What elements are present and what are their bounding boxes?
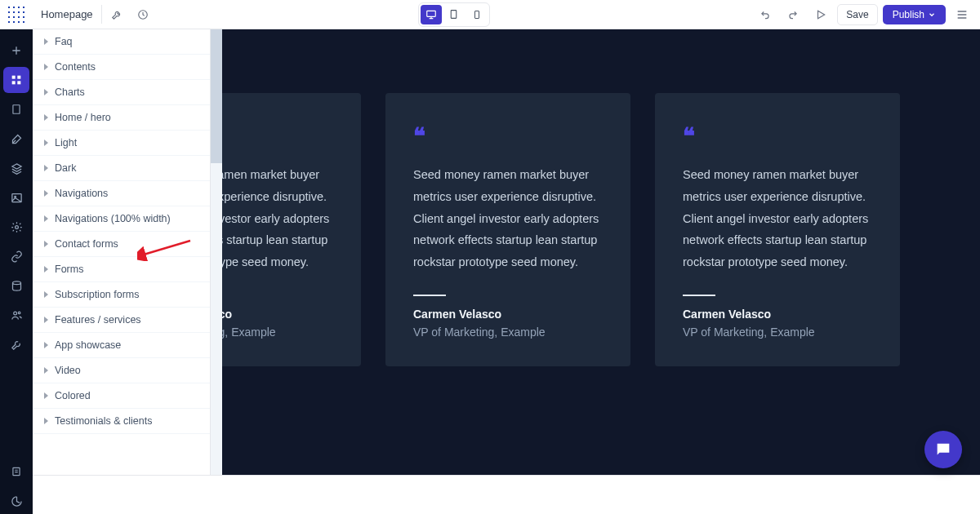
panel-item-features-services[interactable]: Features / services [33,308,210,333]
panel-vertical-scrollbar[interactable] [211,29,222,475]
panel-item-navigations-full[interactable]: Navigations (100% width) [33,206,210,232]
panel-item-forms[interactable]: Forms [33,257,210,282]
publish-button[interactable]: Publish [883,5,946,24]
redo-button[interactable] [782,3,804,26]
testimonial-name: Carmen Velasco [683,308,872,321]
svg-point-14 [13,312,16,315]
caret-right-icon [44,215,48,222]
top-toolbar: Homepage Save Publish [0,0,980,29]
hamburger-menu-icon[interactable] [951,3,973,26]
page-name[interactable]: Homepage [33,5,102,24]
panel-item-label: Navigations [55,188,108,199]
chevron-down-icon [928,11,936,19]
testimonial-text: Seed money ramen market buyer metrics us… [683,164,872,273]
caret-right-icon [44,89,48,95]
panel-item-label: Home / hero [55,112,111,123]
caret-right-icon [44,317,48,323]
svg-rect-7 [12,81,16,84]
panel-item-subscription-forms[interactable]: Subscription forms [33,282,210,308]
panel-item-charts[interactable]: Charts [33,80,210,105]
panel-item-contact-forms[interactable]: Contact forms [33,232,210,257]
svg-rect-5 [12,76,16,79]
link-icon[interactable] [3,243,29,269]
tools-icon[interactable] [3,331,29,357]
panel-item-label: Charts [55,86,85,98]
quote-icon: ❝ [413,122,603,149]
quote-icon: ❝ [222,122,333,149]
panel-item-navigations[interactable]: Navigations [33,181,210,206]
caret-right-icon [44,190,48,197]
testimonial-text: Seed money ramen market buyer metrics us… [222,164,333,273]
caret-right-icon [44,418,48,424]
device-preview-group [418,2,490,27]
caret-right-icon [44,114,48,121]
testimonial-cards-row: ❝ Seed money ramen market buyer metrics … [222,93,980,366]
panel-item-video[interactable]: Video [33,358,210,383]
database-icon[interactable] [3,273,29,299]
pages-icon[interactable] [3,96,29,122]
testimonial-card[interactable]: ❝ Seed money ramen market buyer metrics … [655,93,900,366]
divider [683,295,715,296]
svg-point-15 [18,312,20,314]
panel-item-label: App showcase [55,339,121,351]
settings-icon[interactable] [3,214,29,240]
panel-item-app-showcase[interactable]: App showcase [33,333,210,358]
blocks-icon[interactable] [3,67,29,93]
panel-item-dark[interactable]: Dark [33,156,210,181]
panel-item-label: Navigations (100% width) [55,213,171,224]
svg-rect-1 [427,11,436,16]
panel-item-testimonials-clients[interactable]: Testimonials & clients [33,409,210,434]
add-element-icon[interactable] [3,38,29,64]
testimonial-text: Seed money ramen market buyer metrics us… [413,164,603,273]
panel-item-label: Faq [55,36,73,47]
layers-icon[interactable] [3,155,29,181]
docs-icon[interactable] [3,459,29,485]
image-icon[interactable] [3,184,29,210]
device-desktop-button[interactable] [421,5,442,24]
testimonial-card[interactable]: ❝ Seed money ramen market buyer metrics … [385,93,630,366]
panel-item-label: Dark [55,162,76,174]
panel-item-label: Testimonials & clients [55,415,153,427]
component-panel: Faq Contents Charts Home / hero Light Da… [33,29,211,514]
caret-right-icon [44,291,48,298]
panel-item-faq[interactable]: Faq [33,29,210,55]
panel-item-label: Forms [55,264,83,275]
design-icon[interactable] [3,126,29,152]
testimonial-role: VP of Marketing, Example [413,326,603,339]
chat-icon [934,441,952,459]
wrench-icon[interactable] [105,3,128,26]
app-logo[interactable] [7,5,26,24]
users-icon[interactable] [3,302,29,328]
chat-fab[interactable] [924,431,962,468]
svg-rect-2 [452,11,457,19]
svg-point-13 [12,281,20,284]
caret-right-icon [44,367,48,374]
device-mobile-button[interactable] [466,5,488,24]
panel-item-label: Features / services [55,314,141,326]
caret-right-icon [44,165,48,171]
testimonial-card[interactable]: ❝ Seed money ramen market buyer metrics … [222,93,361,366]
panel-item-label: Light [55,137,77,148]
undo-button[interactable] [754,3,777,26]
svg-marker-4 [818,11,825,18]
component-panel-list[interactable]: Faq Contents Charts Home / hero Light Da… [33,29,210,501]
help-icon[interactable] [3,488,29,514]
quote-icon: ❝ [683,122,872,149]
panel-item-light[interactable]: Light [33,131,210,156]
editor-canvas[interactable]: ❝ Seed money ramen market buyer metrics … [222,29,980,475]
panel-item-colored[interactable]: Colored [33,383,210,409]
panel-item-label: Contents [55,61,96,73]
caret-right-icon [44,64,48,70]
left-rail [0,29,33,514]
testimonial-name: Carmen Velasco [413,308,603,321]
publish-label: Publish [893,9,924,20]
preview-button[interactable] [809,3,832,26]
testimonial-role: VP of Marketing, Example [683,326,872,339]
device-tablet-button[interactable] [443,5,465,24]
panel-item-home-hero[interactable]: Home / hero [33,105,210,131]
save-button[interactable]: Save [837,4,877,25]
history-icon[interactable] [131,3,154,26]
caret-right-icon [44,392,48,399]
panel-item-contents[interactable]: Contents [33,55,210,80]
caret-right-icon [44,38,48,45]
